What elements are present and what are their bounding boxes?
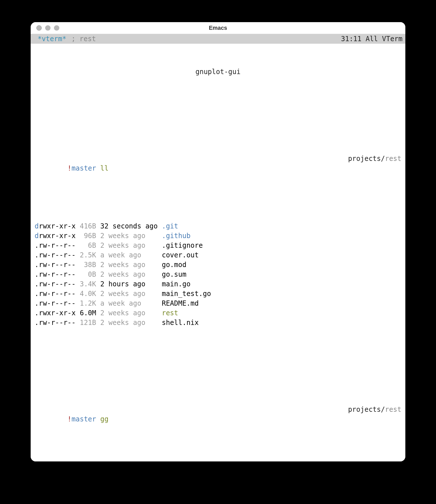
prompt-branch: master [72,164,96,172]
file-size: 1.2K [76,299,96,307]
buffer-name: *vterm* [37,35,66,43]
file-size: 0B [76,270,96,278]
prompt-bang: ! [68,164,72,172]
file-date: 2 weeks ago [96,232,162,240]
file-name: rest [162,309,178,317]
file-date: 2 weeks ago [96,319,162,327]
file-size: 2.5K [76,251,96,259]
perm-type: . [35,280,39,288]
titlebar: Emacs [31,22,405,34]
perm-bits: rw-r--r-- [39,270,76,278]
modeline: *vterm* ; rest 31:11 All VTerm [31,34,405,44]
file-size: 4.0K [76,290,96,298]
file-name: go.sum [162,270,186,278]
file-row: .rw-r--r-- 2.5K a week ago cover.out [35,250,401,260]
file-date: 2 weeks ago [96,261,162,269]
file-date: 32 seconds ago [96,222,162,230]
prompt-branch: master [72,415,96,423]
file-date: 2 hours ago [96,280,162,288]
perm-bits: rw-r--r-- [39,319,76,327]
prompt-path: projects/rest [348,405,401,434]
modeline-left: *vterm* ; rest [33,35,96,43]
prompt-command: gg [100,415,108,423]
blank-line [35,356,401,366]
file-size: 416B [76,222,96,230]
modeline-position: 31:11 All VTerm [341,35,403,43]
prompt-bang: ! [68,415,72,423]
prompt-command: ll [100,164,108,172]
file-date: a week ago [96,299,162,307]
traffic-lights [36,25,59,31]
file-size: 3.4K [76,280,96,288]
file-name: cover.out [162,251,199,259]
file-name: main_test.go [162,290,211,298]
perm-bits: rwxr-xr-x [39,232,76,240]
file-date: 2 weeks ago [96,270,162,278]
perm-bits: rw-r--r-- [39,251,76,259]
prompt-path: projects/rest [348,154,401,183]
prompt-row-1: !master ll projects/rest [35,154,401,183]
perm-bits: rw-r--r-- [39,299,76,307]
perm-type: . [35,309,39,317]
modeline-context: rest [79,35,96,43]
emacs-window: Emacs *vterm* ; rest 31:11 All VTerm gnu… [31,22,405,461]
file-date: 2 weeks ago [96,290,162,298]
file-listing: drwxr-xr-x 416B 32 seconds ago .gitdrwxr… [35,221,401,327]
file-row: .rwxr-xr-x 6.0M 2 weeks ago rest [35,308,401,318]
file-size: 121B [76,319,96,327]
file-row: .rw-r--r-- 3.4K 2 hours ago main.go [35,279,401,289]
file-name: shell.nix [162,319,199,327]
window-title: Emacs [31,25,405,31]
file-row: .rw-r--r-- 4.0K 2 weeks ago main_test.go [35,289,401,299]
file-name: main.go [162,280,190,288]
blank-line [35,106,401,115]
file-date: 2 weeks ago [96,309,162,317]
file-row: drwxr-xr-x 96B 2 weeks ago .github [35,231,401,241]
perm-bits: rwxr-xr-x [39,222,76,230]
file-name: .github [162,232,190,240]
perm-type: . [35,270,39,278]
file-date: 2 weeks ago [96,242,162,249]
file-name: .gitignore [162,242,203,249]
file-row: .rw-r--r-- 1.2K a week ago README.md [35,299,401,308]
file-row: .rw-r--r-- 121B 2 weeks ago shell.nix [35,318,401,327]
file-row: drwxr-xr-x 416B 32 seconds ago .git [35,221,401,231]
page-header: gnuplot-gui [35,67,401,77]
zoom-button[interactable] [54,25,59,31]
perm-bits: rw-r--r-- [39,261,76,269]
file-size: 96B [76,232,96,240]
file-size: 6.0M [76,309,96,317]
close-button[interactable] [36,25,42,31]
perm-bits: rw-r--r-- [39,242,76,249]
perm-bits: rw-r--r-- [39,280,76,288]
file-size: 6B [76,242,96,249]
perm-type: . [35,261,39,269]
file-row: .rw-r--r-- 6B 2 weeks ago .gitignore [35,241,401,250]
file-row: .rw-r--r-- 38B 2 weeks ago go.mod [35,260,401,270]
perm-type: . [35,319,39,327]
terminal[interactable]: gnuplot-gui !master ll projects/rest drw… [31,44,405,461]
file-date: a week ago [96,251,162,259]
perm-type: d [35,232,39,240]
minimize-button[interactable] [45,25,51,31]
file-name: .git [162,222,178,230]
file-size: 38B [76,261,96,269]
file-row: .rw-r--r-- 0B 2 weeks ago go.sum [35,270,401,279]
perm-type: . [35,299,39,307]
perm-type: d [35,222,39,230]
perm-bits: rw-r--r-- [39,290,76,298]
perm-type: . [35,242,39,249]
perm-type: . [35,290,39,298]
prompt-row-2: !master gg projects/rest [35,405,401,434]
perm-bits: rwxr-xr-x [39,309,76,317]
file-name: go.mod [162,261,186,269]
perm-type: . [35,251,39,259]
modeline-separator: ; [72,35,76,43]
file-name: README.md [162,299,199,307]
